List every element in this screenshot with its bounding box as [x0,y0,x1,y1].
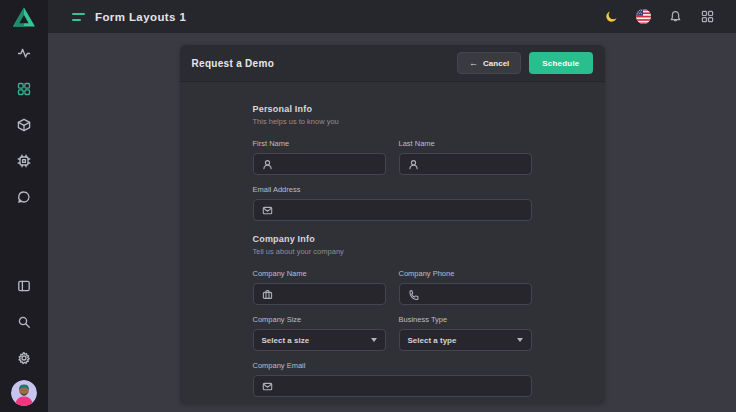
chevron-down-icon [371,338,377,342]
hamburger-icon[interactable] [72,11,85,23]
company-name-label: Company Name [253,269,386,278]
layout-grid-icon [17,82,31,96]
main-area: Form Layouts 1 [48,0,736,412]
sidebar-item-package[interactable] [10,111,38,139]
card-title: Request a Demo [192,58,275,69]
activity-icon [17,46,31,60]
field-first-name: First Name [253,139,386,175]
sidebar-nav-top [10,39,38,211]
bell-icon [669,10,682,23]
first-name-input[interactable] [253,153,386,175]
company-row: Company Name [253,269,532,315]
last-name-text[interactable] [425,160,523,169]
notifications-button[interactable] [666,8,684,26]
company-email-input[interactable] [253,375,532,397]
sidebar-item-cpu[interactable] [10,147,38,175]
last-name-input[interactable] [399,153,532,175]
cpu-icon [17,154,31,168]
avatar-illustration [11,380,37,406]
business-type-select[interactable]: Select a type [399,329,532,351]
business-type-label: Business Type [399,315,532,324]
company-size-label: Company Size [253,315,386,324]
panel-left-icon [17,279,31,293]
company-phone-text[interactable] [425,290,523,299]
sidebar-item-chat[interactable] [10,183,38,211]
sidebar-item-layouts[interactable] [10,75,38,103]
mail-icon [262,205,273,216]
arrow-left-icon: ← [469,59,478,68]
gear-icon [17,351,31,365]
section-subheading: This helps us to know you [253,117,532,126]
business-type-value: Select a type [408,336,457,345]
header-actions [602,8,716,26]
app-root: Form Layouts 1 [0,0,736,412]
top-header: Form Layouts 1 [48,0,736,33]
search-icon [17,315,31,329]
section-heading: Personal Info [253,104,532,114]
email-address-input[interactable] [253,199,532,221]
email-address-text[interactable] [279,206,523,215]
card-body: Personal Info This helps us to know you … [180,82,605,404]
package-icon [17,118,31,132]
section-personal-info: Personal Info This helps us to know you … [253,104,532,221]
name-row: First Name Last Name [253,139,532,185]
company-name-text[interactable] [279,290,377,299]
last-name-label: Last Name [399,139,532,148]
email-address-label: Email Address [253,185,532,194]
cancel-button-label: Cancel [483,59,509,68]
company-size-select[interactable]: Select a size [253,329,386,351]
company-email-text[interactable] [279,382,523,391]
user-avatar[interactable] [11,380,37,406]
card-header: Request a Demo ← Cancel Schedule [180,45,605,82]
user-icon [408,159,419,170]
apps-menu-button[interactable] [698,8,716,26]
user-icon [262,159,273,170]
sidebar-item-search[interactable] [10,308,38,336]
triangle-logo-icon [12,6,36,28]
sidebar [0,0,48,412]
phone-icon [408,289,419,300]
card-actions: ← Cancel Schedule [457,52,592,74]
first-name-text[interactable] [279,160,377,169]
content-area: Request a Demo ← Cancel Schedule Persona… [48,33,736,412]
field-last-name: Last Name [399,139,532,175]
chat-bubble-icon [17,190,31,204]
field-business-type: Business Type Select a type [399,315,532,351]
chevron-down-icon [517,338,523,342]
theme-toggle-button[interactable] [602,8,620,26]
company-name-input[interactable] [253,283,386,305]
size-type-row: Company Size Select a size Business Type… [253,315,532,361]
company-phone-input[interactable] [399,283,532,305]
apps-grid-icon [701,10,714,23]
language-selector-button[interactable] [634,8,652,26]
section-subheading: Tell us about your company [253,247,532,256]
field-email-address: Email Address [253,185,532,221]
briefcase-icon [262,289,273,300]
sidebar-nav-bottom [10,272,38,412]
company-email-label: Company Email [253,361,532,370]
cancel-button[interactable]: ← Cancel [457,52,521,74]
field-company-name: Company Name [253,269,386,305]
first-name-label: First Name [253,139,386,148]
mail-icon [262,381,273,392]
company-phone-label: Company Phone [399,269,532,278]
page-title: Form Layouts 1 [95,11,186,23]
sidebar-item-activity[interactable] [10,39,38,67]
schedule-button[interactable]: Schedule [529,52,592,74]
sidebar-item-settings[interactable] [10,344,38,372]
request-demo-card: Request a Demo ← Cancel Schedule Persona… [180,45,605,404]
company-size-value: Select a size [262,336,310,345]
field-company-phone: Company Phone [399,269,532,305]
section-heading: Company Info [253,234,532,244]
moon-icon [605,10,618,23]
section-company-info: Company Info Tell us about your company … [253,234,532,397]
app-logo[interactable] [0,0,48,33]
field-company-email: Company Email [253,361,532,397]
us-flag-icon [636,9,651,24]
field-company-size: Company Size Select a size [253,315,386,351]
sidebar-item-panel-toggle[interactable] [10,272,38,300]
